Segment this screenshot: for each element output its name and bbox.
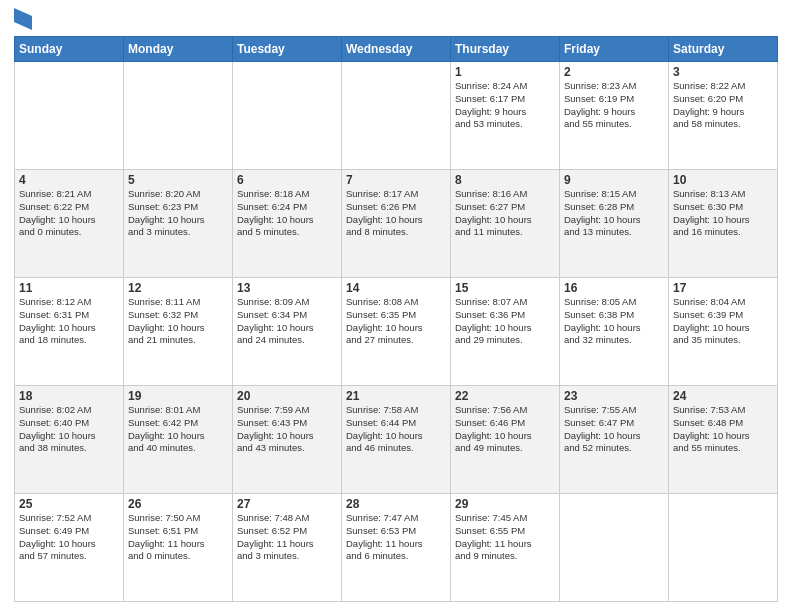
day-number: 13 bbox=[237, 281, 337, 295]
calendar-cell: 21Sunrise: 7:58 AM Sunset: 6:44 PM Dayli… bbox=[342, 386, 451, 494]
day-number: 3 bbox=[673, 65, 773, 79]
day-info: Sunrise: 8:11 AM Sunset: 6:32 PM Dayligh… bbox=[128, 296, 228, 347]
weekday-header-tuesday: Tuesday bbox=[233, 37, 342, 62]
calendar-cell: 24Sunrise: 7:53 AM Sunset: 6:48 PM Dayli… bbox=[669, 386, 778, 494]
calendar-cell: 27Sunrise: 7:48 AM Sunset: 6:52 PM Dayli… bbox=[233, 494, 342, 602]
calendar-cell: 11Sunrise: 8:12 AM Sunset: 6:31 PM Dayli… bbox=[15, 278, 124, 386]
day-number: 21 bbox=[346, 389, 446, 403]
logo-icon bbox=[14, 8, 32, 30]
calendar-cell: 15Sunrise: 8:07 AM Sunset: 6:36 PM Dayli… bbox=[451, 278, 560, 386]
day-info: Sunrise: 7:56 AM Sunset: 6:46 PM Dayligh… bbox=[455, 404, 555, 455]
week-row-4: 25Sunrise: 7:52 AM Sunset: 6:49 PM Dayli… bbox=[15, 494, 778, 602]
day-number: 29 bbox=[455, 497, 555, 511]
day-info: Sunrise: 7:55 AM Sunset: 6:47 PM Dayligh… bbox=[564, 404, 664, 455]
calendar-cell: 22Sunrise: 7:56 AM Sunset: 6:46 PM Dayli… bbox=[451, 386, 560, 494]
calendar-cell: 6Sunrise: 8:18 AM Sunset: 6:24 PM Daylig… bbox=[233, 170, 342, 278]
day-number: 12 bbox=[128, 281, 228, 295]
weekday-header-wednesday: Wednesday bbox=[342, 37, 451, 62]
week-row-3: 18Sunrise: 8:02 AM Sunset: 6:40 PM Dayli… bbox=[15, 386, 778, 494]
day-info: Sunrise: 8:02 AM Sunset: 6:40 PM Dayligh… bbox=[19, 404, 119, 455]
calendar-cell: 26Sunrise: 7:50 AM Sunset: 6:51 PM Dayli… bbox=[124, 494, 233, 602]
day-info: Sunrise: 8:24 AM Sunset: 6:17 PM Dayligh… bbox=[455, 80, 555, 131]
day-info: Sunrise: 7:45 AM Sunset: 6:55 PM Dayligh… bbox=[455, 512, 555, 563]
calendar-cell: 18Sunrise: 8:02 AM Sunset: 6:40 PM Dayli… bbox=[15, 386, 124, 494]
weekday-header-friday: Friday bbox=[560, 37, 669, 62]
weekday-header-sunday: Sunday bbox=[15, 37, 124, 62]
day-info: Sunrise: 8:04 AM Sunset: 6:39 PM Dayligh… bbox=[673, 296, 773, 347]
day-info: Sunrise: 8:15 AM Sunset: 6:28 PM Dayligh… bbox=[564, 188, 664, 239]
day-info: Sunrise: 8:12 AM Sunset: 6:31 PM Dayligh… bbox=[19, 296, 119, 347]
day-number: 5 bbox=[128, 173, 228, 187]
calendar-cell: 14Sunrise: 8:08 AM Sunset: 6:35 PM Dayli… bbox=[342, 278, 451, 386]
day-info: Sunrise: 8:13 AM Sunset: 6:30 PM Dayligh… bbox=[673, 188, 773, 239]
day-info: Sunrise: 7:52 AM Sunset: 6:49 PM Dayligh… bbox=[19, 512, 119, 563]
day-info: Sunrise: 8:08 AM Sunset: 6:35 PM Dayligh… bbox=[346, 296, 446, 347]
calendar-cell: 25Sunrise: 7:52 AM Sunset: 6:49 PM Dayli… bbox=[15, 494, 124, 602]
weekday-header-thursday: Thursday bbox=[451, 37, 560, 62]
day-info: Sunrise: 8:16 AM Sunset: 6:27 PM Dayligh… bbox=[455, 188, 555, 239]
calendar-cell bbox=[342, 62, 451, 170]
day-number: 2 bbox=[564, 65, 664, 79]
day-number: 20 bbox=[237, 389, 337, 403]
day-number: 26 bbox=[128, 497, 228, 511]
calendar-cell bbox=[669, 494, 778, 602]
day-number: 19 bbox=[128, 389, 228, 403]
logo bbox=[14, 10, 32, 30]
calendar-cell: 10Sunrise: 8:13 AM Sunset: 6:30 PM Dayli… bbox=[669, 170, 778, 278]
day-number: 15 bbox=[455, 281, 555, 295]
calendar-cell: 7Sunrise: 8:17 AM Sunset: 6:26 PM Daylig… bbox=[342, 170, 451, 278]
day-info: Sunrise: 7:58 AM Sunset: 6:44 PM Dayligh… bbox=[346, 404, 446, 455]
calendar-cell: 9Sunrise: 8:15 AM Sunset: 6:28 PM Daylig… bbox=[560, 170, 669, 278]
day-number: 14 bbox=[346, 281, 446, 295]
day-info: Sunrise: 7:48 AM Sunset: 6:52 PM Dayligh… bbox=[237, 512, 337, 563]
calendar-cell: 5Sunrise: 8:20 AM Sunset: 6:23 PM Daylig… bbox=[124, 170, 233, 278]
day-number: 16 bbox=[564, 281, 664, 295]
calendar-cell: 17Sunrise: 8:04 AM Sunset: 6:39 PM Dayli… bbox=[669, 278, 778, 386]
day-number: 23 bbox=[564, 389, 664, 403]
calendar-table: SundayMondayTuesdayWednesdayThursdayFrid… bbox=[14, 36, 778, 602]
day-number: 8 bbox=[455, 173, 555, 187]
day-number: 11 bbox=[19, 281, 119, 295]
calendar-cell: 20Sunrise: 7:59 AM Sunset: 6:43 PM Dayli… bbox=[233, 386, 342, 494]
day-info: Sunrise: 7:50 AM Sunset: 6:51 PM Dayligh… bbox=[128, 512, 228, 563]
calendar-cell: 4Sunrise: 8:21 AM Sunset: 6:22 PM Daylig… bbox=[15, 170, 124, 278]
calendar-cell: 3Sunrise: 8:22 AM Sunset: 6:20 PM Daylig… bbox=[669, 62, 778, 170]
week-row-1: 4Sunrise: 8:21 AM Sunset: 6:22 PM Daylig… bbox=[15, 170, 778, 278]
calendar-cell: 8Sunrise: 8:16 AM Sunset: 6:27 PM Daylig… bbox=[451, 170, 560, 278]
calendar-cell bbox=[15, 62, 124, 170]
calendar-cell: 12Sunrise: 8:11 AM Sunset: 6:32 PM Dayli… bbox=[124, 278, 233, 386]
day-info: Sunrise: 8:22 AM Sunset: 6:20 PM Dayligh… bbox=[673, 80, 773, 131]
day-number: 27 bbox=[237, 497, 337, 511]
weekday-header-row: SundayMondayTuesdayWednesdayThursdayFrid… bbox=[15, 37, 778, 62]
day-number: 17 bbox=[673, 281, 773, 295]
day-info: Sunrise: 8:17 AM Sunset: 6:26 PM Dayligh… bbox=[346, 188, 446, 239]
day-number: 7 bbox=[346, 173, 446, 187]
calendar-cell: 2Sunrise: 8:23 AM Sunset: 6:19 PM Daylig… bbox=[560, 62, 669, 170]
calendar-cell: 19Sunrise: 8:01 AM Sunset: 6:42 PM Dayli… bbox=[124, 386, 233, 494]
day-info: Sunrise: 7:47 AM Sunset: 6:53 PM Dayligh… bbox=[346, 512, 446, 563]
day-number: 6 bbox=[237, 173, 337, 187]
calendar-cell bbox=[124, 62, 233, 170]
header bbox=[14, 10, 778, 30]
day-number: 22 bbox=[455, 389, 555, 403]
day-number: 1 bbox=[455, 65, 555, 79]
page: SundayMondayTuesdayWednesdayThursdayFrid… bbox=[0, 0, 792, 612]
calendar-cell: 29Sunrise: 7:45 AM Sunset: 6:55 PM Dayli… bbox=[451, 494, 560, 602]
day-number: 28 bbox=[346, 497, 446, 511]
calendar-cell bbox=[233, 62, 342, 170]
day-number: 18 bbox=[19, 389, 119, 403]
day-info: Sunrise: 8:01 AM Sunset: 6:42 PM Dayligh… bbox=[128, 404, 228, 455]
day-info: Sunrise: 8:18 AM Sunset: 6:24 PM Dayligh… bbox=[237, 188, 337, 239]
week-row-2: 11Sunrise: 8:12 AM Sunset: 6:31 PM Dayli… bbox=[15, 278, 778, 386]
day-number: 24 bbox=[673, 389, 773, 403]
week-row-0: 1Sunrise: 8:24 AM Sunset: 6:17 PM Daylig… bbox=[15, 62, 778, 170]
calendar-cell: 1Sunrise: 8:24 AM Sunset: 6:17 PM Daylig… bbox=[451, 62, 560, 170]
weekday-header-saturday: Saturday bbox=[669, 37, 778, 62]
day-info: Sunrise: 8:20 AM Sunset: 6:23 PM Dayligh… bbox=[128, 188, 228, 239]
day-info: Sunrise: 8:07 AM Sunset: 6:36 PM Dayligh… bbox=[455, 296, 555, 347]
day-info: Sunrise: 8:05 AM Sunset: 6:38 PM Dayligh… bbox=[564, 296, 664, 347]
day-number: 25 bbox=[19, 497, 119, 511]
weekday-header-monday: Monday bbox=[124, 37, 233, 62]
svg-marker-0 bbox=[14, 8, 32, 30]
calendar-cell: 13Sunrise: 8:09 AM Sunset: 6:34 PM Dayli… bbox=[233, 278, 342, 386]
